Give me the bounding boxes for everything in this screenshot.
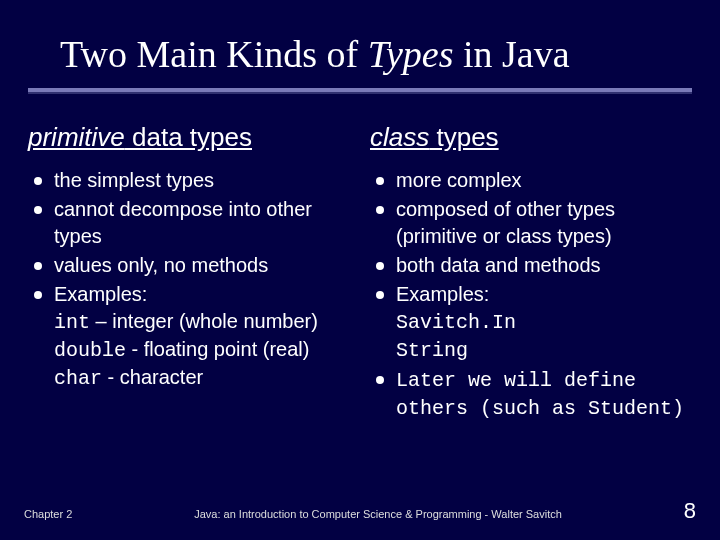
- list-item: more complex: [370, 167, 700, 194]
- example-line: double - floating point (real): [54, 336, 358, 364]
- left-heading-rest: data types: [125, 122, 252, 152]
- code-token: double: [54, 339, 126, 362]
- footer-center: Java: an Introduction to Computer Scienc…: [72, 508, 683, 520]
- list-item-text: values only, no methods: [54, 254, 268, 276]
- list-item: both data and methods: [370, 252, 700, 279]
- example-line: char - character: [54, 364, 358, 392]
- list-item: values only, no methods: [28, 252, 358, 279]
- example-desc: - floating point (real): [126, 338, 309, 360]
- slide-title: Two Main Kinds of Types in Java: [0, 0, 720, 86]
- list-item: Later we will define others (such as Stu…: [370, 366, 700, 422]
- example-desc: - character: [102, 366, 203, 388]
- list-item-text: both data and methods: [396, 254, 601, 276]
- left-list: the simplest types cannot decompose into…: [28, 167, 358, 392]
- code-token: char: [54, 367, 102, 390]
- title-pre: Two Main Kinds of: [60, 33, 368, 75]
- list-item: cannot decompose into other types: [28, 196, 358, 250]
- right-list: more complex composed of other types (pr…: [370, 167, 700, 422]
- example-line: Savitch.In: [396, 308, 700, 336]
- footer-left: Chapter 2: [24, 508, 72, 520]
- list-item: Examples: Savitch.In String: [370, 281, 700, 364]
- right-heading: class types: [370, 122, 700, 153]
- title-post: in Java: [454, 33, 570, 75]
- code-token: Savitch.In: [396, 311, 516, 334]
- code-token: int: [54, 311, 90, 334]
- right-heading-rest: types: [429, 122, 498, 152]
- example-desc: – integer (whole number): [90, 310, 318, 332]
- list-item-text: Later we will define others (such as Stu…: [396, 369, 684, 420]
- list-item-text: Examples:: [396, 283, 489, 305]
- list-item: composed of other types (primitive or cl…: [370, 196, 700, 250]
- right-heading-emph: class: [370, 122, 429, 152]
- title-emph: Types: [368, 33, 454, 75]
- left-column: primitive data types the simplest types …: [28, 122, 358, 424]
- list-item-text: cannot decompose into other types: [54, 198, 312, 247]
- list-item-text: Examples:: [54, 283, 147, 305]
- list-item-text: more complex: [396, 169, 522, 191]
- list-item-text: the simplest types: [54, 169, 214, 191]
- list-item: Examples: int – integer (whole number) d…: [28, 281, 358, 392]
- footer-page-number: 8: [684, 498, 696, 524]
- example-line: int – integer (whole number): [54, 308, 358, 336]
- slide: Two Main Kinds of Types in Java primitiv…: [0, 0, 720, 540]
- content-columns: primitive data types the simplest types …: [0, 94, 720, 424]
- code-token: String: [396, 339, 468, 362]
- right-column: class types more complex composed of oth…: [370, 122, 700, 424]
- list-item-text: composed of other types (primitive or cl…: [396, 198, 615, 247]
- footer: Chapter 2 Java: an Introduction to Compu…: [0, 498, 720, 524]
- example-line: String: [396, 336, 700, 364]
- left-heading-emph: primitive: [28, 122, 125, 152]
- list-item: the simplest types: [28, 167, 358, 194]
- left-heading: primitive data types: [28, 122, 358, 153]
